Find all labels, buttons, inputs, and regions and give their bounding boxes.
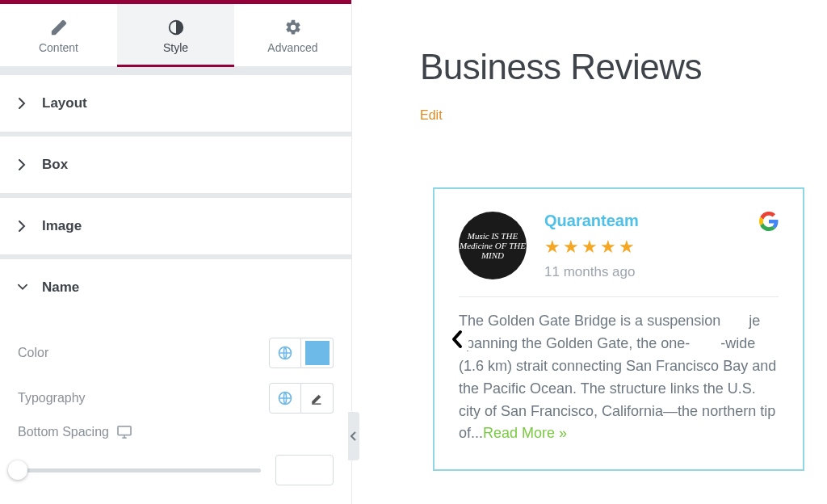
review-author[interactable]: Quaranteam	[544, 212, 779, 230]
color-swatch	[305, 341, 330, 365]
review-card-wrap: Music IS THE Medicine OF THE MIND Quaran…	[433, 187, 804, 471]
star-icon: ★	[544, 237, 560, 258]
section-name-title: Name	[42, 279, 79, 296]
section-image[interactable]: Image	[0, 198, 351, 254]
review-header: Music IS THE Medicine OF THE MIND Quaran…	[459, 212, 779, 280]
bottom-spacing-input[interactable]	[275, 455, 334, 485]
avatar-text: Music IS THE Medicine OF THE MIND	[459, 231, 527, 260]
review-card[interactable]: Music IS THE Medicine OF THE MIND Quaran…	[433, 187, 804, 471]
tab-content-label: Content	[39, 41, 78, 54]
tab-style-label: Style	[163, 41, 188, 54]
tab-advanced-label: Advanced	[267, 41, 317, 54]
tab-content[interactable]: Content	[0, 4, 117, 66]
panel-body: Layout Box Image Name	[0, 67, 351, 504]
divider	[459, 296, 779, 297]
color-picker-button[interactable]	[301, 338, 334, 368]
bottom-spacing-slider[interactable]	[18, 460, 261, 480]
section-name-body: Color Typography	[0, 316, 351, 504]
global-color-button[interactable]	[269, 338, 301, 368]
svg-rect-3	[118, 426, 131, 435]
section-name[interactable]: Name	[0, 259, 351, 316]
control-typography: Typography	[18, 376, 334, 421]
global-typography-button[interactable]	[269, 383, 301, 414]
caret-right-icon	[18, 220, 27, 232]
carousel-prev-button[interactable]	[446, 328, 468, 351]
slider-thumb[interactable]	[8, 460, 27, 480]
star-icon: ★	[600, 237, 616, 258]
caret-right-icon	[18, 98, 27, 109]
editor-panel: Content Style Advanced Layou	[0, 0, 352, 504]
avatar: Music IS THE Medicine OF THE MIND	[459, 212, 527, 279]
contrast-icon	[165, 16, 187, 39]
desktop-icon[interactable]	[117, 426, 132, 439]
tab-advanced[interactable]: Advanced	[234, 4, 351, 66]
review-body-1: The Golden Gate Bridge is a suspension	[459, 313, 724, 329]
section-layout-title: Layout	[42, 95, 87, 111]
pencil-icon	[48, 16, 70, 39]
review-text: The Golden Gate Bridge is a suspension b…	[459, 310, 779, 445]
edit-link[interactable]: Edit	[420, 108, 443, 123]
star-icon: ★	[563, 237, 579, 258]
control-color: Color	[18, 330, 334, 376]
bottom-spacing-label: Bottom Spacing	[18, 425, 109, 439]
page-heading: Business Reviews	[420, 47, 827, 87]
section-box-title: Box	[42, 157, 68, 173]
review-date: 11 months ago	[544, 264, 779, 280]
tab-style[interactable]: Style	[117, 4, 234, 66]
google-icon	[759, 212, 779, 231]
gear-icon	[282, 16, 304, 39]
star-icon: ★	[581, 237, 598, 258]
editor-tabs: Content Style Advanced	[0, 4, 351, 67]
section-image-title: Image	[42, 218, 82, 234]
read-more-link[interactable]: Read More »	[483, 425, 567, 441]
caret-down-icon	[18, 284, 27, 292]
control-bottom-spacing-label-row: Bottom Spacing	[18, 421, 334, 443]
bottom-spacing-slider-row	[18, 455, 334, 485]
caret-right-icon	[18, 159, 27, 170]
section-box[interactable]: Box	[0, 136, 351, 193]
slider-track	[18, 468, 261, 472]
review-stars: ★ ★ ★ ★ ★	[544, 237, 779, 258]
typography-label: Typography	[18, 391, 86, 405]
typography-edit-button[interactable]	[301, 383, 334, 414]
color-label: Color	[18, 346, 48, 360]
section-layout[interactable]: Layout	[0, 75, 351, 132]
star-icon: ★	[619, 237, 635, 258]
